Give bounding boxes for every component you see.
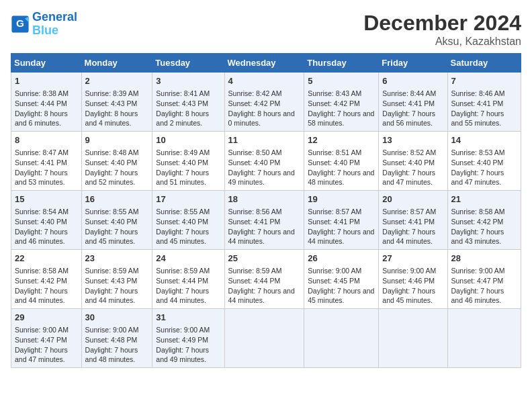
sunrise: Sunrise: 8:53 AM xyxy=(451,148,505,156)
sunset: Sunset: 4:44 PM xyxy=(15,99,67,107)
sunset: Sunset: 4:41 PM xyxy=(382,99,435,107)
sunrise: Sunrise: 8:49 AM xyxy=(156,148,210,156)
sunset: Sunset: 4:41 PM xyxy=(15,158,67,167)
calendar-cell: 21Sunrise: 8:58 AMSunset: 4:42 PMDayligh… xyxy=(447,191,521,250)
weekday-header: Tuesday xyxy=(152,54,224,73)
daylight: Daylight: 7 hours and 48 minutes. xyxy=(85,346,138,364)
calendar-cell: 23Sunrise: 8:59 AMSunset: 4:43 PMDayligh… xyxy=(81,250,152,309)
daylight: Daylight: 7 hours and 49 minutes. xyxy=(228,169,295,187)
calendar-cell: 25Sunrise: 8:59 AMSunset: 4:44 PMDayligh… xyxy=(224,250,304,309)
sunrise: Sunrise: 8:44 AM xyxy=(382,89,436,97)
sunset: Sunset: 4:43 PM xyxy=(85,99,138,107)
calendar-cell: 31Sunrise: 9:00 AMSunset: 4:49 PMDayligh… xyxy=(152,309,224,368)
calendar-cell: 10Sunrise: 8:49 AMSunset: 4:40 PMDayligh… xyxy=(152,132,224,191)
daylight: Daylight: 8 hours and 0 minutes. xyxy=(228,109,295,128)
calendar-week-row: 22Sunrise: 8:58 AMSunset: 4:42 PMDayligh… xyxy=(11,250,521,309)
daylight: Daylight: 7 hours and 53 minutes. xyxy=(15,169,68,187)
daylight: Daylight: 7 hours and 43 minutes. xyxy=(451,228,504,246)
day-number: 23 xyxy=(85,253,149,265)
daylight: Daylight: 7 hours and 45 minutes. xyxy=(85,228,138,246)
sunrise: Sunrise: 8:59 AM xyxy=(156,267,210,275)
day-number: 29 xyxy=(15,312,78,324)
sunrise: Sunrise: 8:57 AM xyxy=(382,208,436,216)
weekday-header: Saturday xyxy=(447,54,521,73)
daylight: Daylight: 8 hours and 6 minutes. xyxy=(15,109,68,128)
sunrise: Sunrise: 9:00 AM xyxy=(85,326,139,334)
daylight: Daylight: 7 hours and 44 minutes. xyxy=(382,228,435,246)
sunrise: Sunrise: 9:00 AM xyxy=(382,267,436,275)
sunset: Sunset: 4:41 PM xyxy=(451,99,504,107)
day-number: 9 xyxy=(85,134,149,146)
day-number: 4 xyxy=(228,75,301,87)
sunrise: Sunrise: 8:43 AM xyxy=(308,89,361,97)
sunrise: Sunrise: 8:46 AM xyxy=(451,89,505,97)
sunset: Sunset: 4:43 PM xyxy=(85,277,138,285)
daylight: Daylight: 7 hours and 49 minutes. xyxy=(156,346,209,364)
daylight: Daylight: 8 hours and 2 minutes. xyxy=(156,109,209,128)
day-number: 12 xyxy=(308,134,375,146)
sunset: Sunset: 4:40 PM xyxy=(15,218,67,226)
calendar-cell: 19Sunrise: 8:57 AMSunset: 4:41 PMDayligh… xyxy=(304,191,379,250)
sunset: Sunset: 4:40 PM xyxy=(85,158,138,167)
calendar-week-row: 8Sunrise: 8:47 AMSunset: 4:41 PMDaylight… xyxy=(11,132,521,191)
daylight: Daylight: 7 hours and 55 minutes. xyxy=(451,109,504,128)
day-number: 5 xyxy=(308,75,375,87)
day-number: 3 xyxy=(156,75,220,87)
sunrise: Sunrise: 8:50 AM xyxy=(228,148,282,156)
weekday-header: Sunday xyxy=(11,54,82,73)
daylight: Daylight: 7 hours and 45 minutes. xyxy=(156,228,209,246)
calendar-cell: 3Sunrise: 8:41 AMSunset: 4:43 PMDaylight… xyxy=(152,73,224,132)
sunset: Sunset: 4:41 PM xyxy=(228,218,281,226)
day-number: 31 xyxy=(156,312,220,324)
daylight: Daylight: 7 hours and 48 minutes. xyxy=(308,169,374,187)
sunrise: Sunrise: 8:55 AM xyxy=(156,208,210,216)
daylight: Daylight: 7 hours and 44 minutes. xyxy=(15,287,68,305)
sunset: Sunset: 4:40 PM xyxy=(228,158,281,167)
daylight: Daylight: 7 hours and 47 minutes. xyxy=(451,169,504,187)
daylight: Daylight: 7 hours and 44 minutes. xyxy=(228,228,295,246)
day-number: 18 xyxy=(228,193,301,205)
calendar-cell: 27Sunrise: 9:00 AMSunset: 4:46 PMDayligh… xyxy=(379,250,447,309)
calendar-cell: 14Sunrise: 8:53 AMSunset: 4:40 PMDayligh… xyxy=(447,132,521,191)
logo-icon: G xyxy=(11,15,30,34)
sunset: Sunset: 4:44 PM xyxy=(156,277,208,285)
calendar-cell: 7Sunrise: 8:46 AMSunset: 4:41 PMDaylight… xyxy=(447,73,521,132)
logo-text: General Blue xyxy=(32,11,77,38)
sunrise: Sunrise: 8:47 AM xyxy=(15,148,69,156)
calendar-cell xyxy=(379,309,447,368)
calendar-table: SundayMondayTuesdayWednesdayThursdayFrid… xyxy=(11,53,521,368)
sunrise: Sunrise: 8:58 AM xyxy=(451,208,505,216)
weekday-header: Friday xyxy=(379,54,447,73)
sunset: Sunset: 4:42 PM xyxy=(15,277,67,285)
sunrise: Sunrise: 9:00 AM xyxy=(451,267,505,275)
daylight: Daylight: 7 hours and 47 minutes. xyxy=(382,169,435,187)
sunset: Sunset: 4:40 PM xyxy=(451,158,504,167)
sunrise: Sunrise: 8:57 AM xyxy=(308,208,361,216)
calendar-cell: 4Sunrise: 8:42 AMSunset: 4:42 PMDaylight… xyxy=(224,73,304,132)
weekday-header: Monday xyxy=(81,54,152,73)
weekday-header-row: SundayMondayTuesdayWednesdayThursdayFrid… xyxy=(11,54,521,73)
daylight: Daylight: 8 hours and 4 minutes. xyxy=(85,109,138,128)
day-number: 8 xyxy=(15,134,78,146)
calendar-cell: 12Sunrise: 8:51 AMSunset: 4:40 PMDayligh… xyxy=(304,132,379,191)
daylight: Daylight: 7 hours and 47 minutes. xyxy=(15,346,68,364)
day-number: 7 xyxy=(451,75,517,87)
sunrise: Sunrise: 9:00 AM xyxy=(15,326,69,334)
sunset: Sunset: 4:46 PM xyxy=(382,277,435,285)
sunrise: Sunrise: 8:51 AM xyxy=(308,148,361,156)
sunset: Sunset: 4:48 PM xyxy=(85,336,138,344)
day-number: 2 xyxy=(85,75,149,87)
calendar-cell: 15Sunrise: 8:54 AMSunset: 4:40 PMDayligh… xyxy=(11,191,82,250)
sunset: Sunset: 4:42 PM xyxy=(451,218,504,226)
location: Aksu, Kazakhstan xyxy=(363,36,521,48)
sunrise: Sunrise: 8:59 AM xyxy=(85,267,139,275)
sunset: Sunset: 4:43 PM xyxy=(156,99,208,107)
day-number: 25 xyxy=(228,253,301,265)
sunset: Sunset: 4:42 PM xyxy=(308,99,360,107)
daylight: Daylight: 7 hours and 44 minutes. xyxy=(156,287,209,305)
calendar-cell: 18Sunrise: 8:56 AMSunset: 4:41 PMDayligh… xyxy=(224,191,304,250)
day-number: 21 xyxy=(451,193,517,205)
day-number: 22 xyxy=(15,253,78,265)
daylight: Daylight: 7 hours and 45 minutes. xyxy=(382,287,435,305)
sunset: Sunset: 4:40 PM xyxy=(156,158,208,167)
